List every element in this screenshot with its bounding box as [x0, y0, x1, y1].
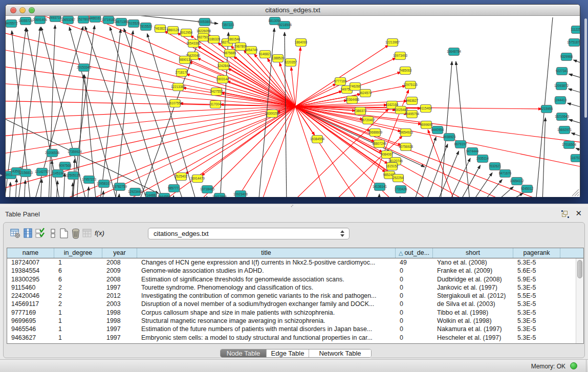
graph-edge[interactable]: [6, 106, 295, 119]
table-cell[interactable]: 0: [396, 317, 433, 325]
graph-edge[interactable]: [379, 194, 379, 197]
delete-table-icon[interactable]: [70, 228, 81, 239]
node-table[interactable]: namein_degreeyeartitle△out_de...shortpag…: [7, 248, 584, 344]
new-table-icon[interactable]: [58, 228, 70, 239]
table-cell[interactable]: 5.3E-5: [513, 325, 560, 333]
column-header-in_degree[interactable]: in_degree: [54, 248, 102, 258]
table-cell[interactable]: 5.3E-5: [513, 317, 560, 325]
table-row[interactable]: 1872400712008Changes of HCN gene express…: [7, 258, 583, 267]
table-cell[interactable]: Jankovic et al. (1997): [433, 283, 513, 292]
function-builder-icon[interactable]: f(x): [95, 229, 106, 240]
table-cell[interactable]: 5.6E-5: [513, 267, 560, 275]
column-header-out_de[interactable]: △out_de...: [396, 248, 433, 258]
graph-edge[interactable]: [85, 26, 148, 197]
table-cell[interactable]: 0: [396, 325, 433, 333]
table-cell[interactable]: 1: [54, 325, 102, 333]
column-header-pagerank[interactable]: pagerank: [513, 248, 560, 258]
table-cell[interactable]: 1998: [102, 309, 137, 317]
graph-edge[interactable]: [470, 172, 492, 197]
graph-edge[interactable]: [173, 195, 173, 197]
column-header-short[interactable]: short: [433, 248, 513, 258]
column-header-year[interactable]: year: [102, 248, 137, 258]
network-window[interactable]: citations_edges.txt 94055721405572420691…: [5, 4, 580, 197]
table-row[interactable]: 969969511998Structural magnetic resonanc…: [7, 317, 583, 325]
table-cell[interactable]: Stergiakouli et al. (2012): [433, 292, 513, 300]
graph-edge[interactable]: [118, 194, 119, 197]
tab-node-table[interactable]: Node Table: [221, 349, 266, 357]
row-height-icon[interactable]: [48, 228, 59, 239]
column-select-icon[interactable]: [35, 228, 46, 239]
graph-edge[interactable]: [186, 74, 295, 106]
table-row[interactable]: 977716911998Corpus callosum shape and si…: [7, 309, 583, 317]
graph-edge[interactable]: [285, 32, 287, 197]
left-splitter-handle-icon[interactable]: ▸: [0, 172, 3, 178]
graph-edge[interactable]: [572, 133, 580, 139]
graph-edge[interactable]: [448, 158, 470, 197]
table-cell[interactable]: 19384554: [7, 267, 54, 275]
table-cell[interactable]: 1998: [102, 317, 137, 325]
table-row[interactable]: 1456911722003Disruption of a novel membe…: [7, 300, 583, 308]
graph-edge[interactable]: [40, 179, 42, 197]
network-graph[interactable]: 9405572140557242069140624937191065328715…: [6, 16, 580, 197]
table-cell[interactable]: Genome-wide association studies in ADHD.: [137, 267, 396, 275]
float-panel-icon[interactable]: [562, 211, 569, 217]
table-cell[interactable]: 0: [396, 292, 433, 300]
table-cell[interactable]: Wolkin et al. (1998): [433, 317, 513, 325]
table-row[interactable]: 946362711997Embryonic stem cells: a mode…: [7, 334, 583, 342]
table-cell[interactable]: 14569117: [7, 300, 54, 308]
table-vertical-scrollbar[interactable]: [576, 258, 583, 343]
table-cell[interactable]: Investigating the contribution of common…: [137, 292, 396, 300]
graph-edge[interactable]: [63, 173, 65, 197]
table-cell[interactable]: 0: [396, 283, 433, 292]
table-cell[interactable]: Nakamura et al. (1997): [433, 325, 513, 333]
table-cell[interactable]: 1997: [102, 283, 137, 292]
table-cell[interactable]: 5.3E-5: [513, 309, 560, 317]
scrollbar-thumb[interactable]: [577, 260, 582, 278]
table-cell[interactable]: Tibbo et al. (1998): [433, 309, 513, 317]
graph-edge[interactable]: [185, 106, 295, 174]
table-cell[interactable]: 18300295: [7, 275, 54, 283]
table-cell[interactable]: Disruption of a novel member of a sodium…: [137, 300, 396, 308]
table-cell[interactable]: Estimation of the future numbers of pati…: [137, 325, 396, 333]
table-chooser-dropdown[interactable]: citations_edges.txt: [148, 228, 350, 239]
table-cell[interactable]: Estimation of significance thresholds fo…: [137, 275, 396, 283]
graph-edge[interactable]: [481, 180, 502, 197]
table-cell[interactable]: 2003: [102, 300, 137, 308]
window-titlebar[interactable]: citations_edges.txt: [6, 5, 580, 16]
table-cell[interactable]: 0: [396, 275, 433, 283]
column-visibility-icon[interactable]: [23, 228, 34, 239]
table-cell[interactable]: 2009: [102, 267, 137, 275]
column-header-title[interactable]: title: [137, 248, 396, 258]
table-cell[interactable]: Embryonic stem cells: a model to study s…: [137, 334, 396, 342]
graph-edge[interactable]: [72, 26, 95, 197]
table-options-icon[interactable]: [10, 228, 21, 239]
table-row[interactable]: 946554611997Estimation of the future num…: [7, 325, 583, 333]
table-row[interactable]: 911546021997Tourette syndrome. Phenomeno…: [7, 283, 583, 292]
table-row[interactable]: 1830029562008Estimation of significance …: [7, 275, 583, 283]
graph-edge[interactable]: [492, 187, 513, 197]
table-cell[interactable]: 0: [396, 334, 433, 342]
table-cell[interactable]: Franke et al. (2009): [433, 267, 513, 275]
table-cell[interactable]: 1997: [102, 325, 137, 333]
window-resize-grip-icon[interactable]: [572, 189, 579, 196]
table-cell[interactable]: 1: [54, 258, 102, 267]
table-cell[interactable]: 5.5E-5: [513, 292, 560, 300]
tab-edge-table[interactable]: Edge Table: [266, 349, 309, 357]
table-cell[interactable]: 1997: [102, 334, 137, 342]
table-cell[interactable]: Tourette syndrome. Phenomenology and cla…: [137, 283, 396, 292]
table-cell[interactable]: Hescheler et al. (1997): [433, 334, 513, 342]
graph-edge[interactable]: [295, 47, 300, 106]
table-cell[interactable]: 5.9E-5: [513, 275, 560, 283]
table-cell[interactable]: 1: [54, 317, 102, 325]
graph-edge[interactable]: [436, 151, 459, 197]
graph-edge[interactable]: [6, 29, 295, 106]
table-cell[interactable]: Corpus callosum shape and size in male p…: [137, 309, 396, 317]
table-cell[interactable]: 9777169: [7, 309, 54, 317]
table-cell[interactable]: 0: [396, 309, 433, 317]
table-cell[interactable]: 2: [54, 300, 102, 308]
graph-edge[interactable]: [542, 118, 546, 197]
graph-edge[interactable]: [569, 74, 580, 80]
table-cell[interactable]: Structural magnetic resonance image aver…: [137, 317, 396, 325]
table-cell[interactable]: 5.3E-5: [513, 283, 560, 292]
graph-edge[interactable]: [15, 179, 17, 197]
